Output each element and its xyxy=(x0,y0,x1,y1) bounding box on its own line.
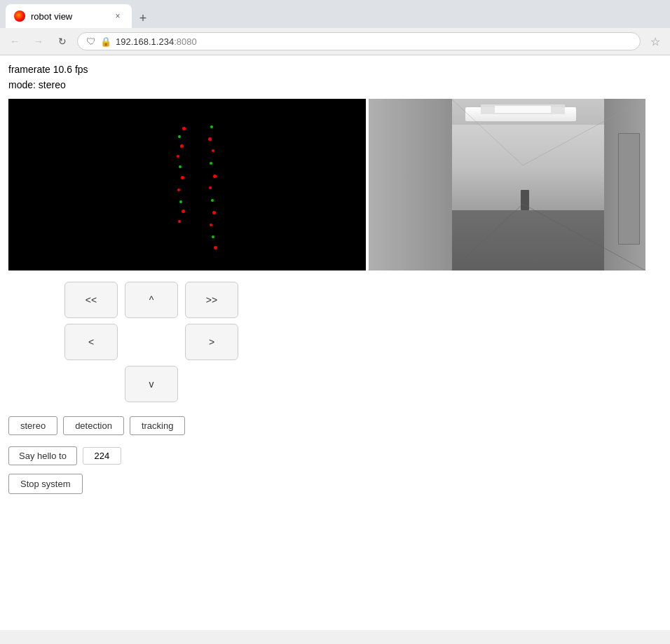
camera-dot xyxy=(179,165,182,168)
shield-icon: 🛡 xyxy=(86,36,96,47)
camera-dot xyxy=(212,211,216,214)
camera-dot xyxy=(213,174,217,178)
hallway-image xyxy=(369,99,645,270)
nav-bar: ← → ↻ 🛡 🔒 192.168.1.234:8080 ☆ xyxy=(0,28,670,55)
camera-dot xyxy=(208,137,212,141)
page-content: framerate 10.6 fps mode: stereo xyxy=(0,55,670,630)
svg-line-0 xyxy=(451,204,523,270)
browser-chrome: robot view × + xyxy=(0,0,670,28)
camera-dot xyxy=(210,125,213,128)
mode-buttons: stereo detection tracking xyxy=(8,416,662,435)
backward-button[interactable]: v xyxy=(125,366,178,402)
camera-dot xyxy=(182,127,186,130)
svg-rect-5 xyxy=(495,106,551,113)
bottom-control-row: v xyxy=(64,366,662,402)
framerate-display: framerate 10.6 fps xyxy=(8,64,662,75)
firefox-icon xyxy=(14,11,25,22)
back-button[interactable]: ← xyxy=(6,32,24,50)
left-button[interactable]: < xyxy=(64,324,118,360)
camera-dot xyxy=(181,176,184,179)
forward-icon: → xyxy=(34,36,43,47)
camera-dot xyxy=(182,210,185,213)
camera-dot xyxy=(214,246,217,249)
say-hello-row: Say hello to xyxy=(8,446,662,465)
camera-dot xyxy=(178,135,181,138)
say-hello-button[interactable]: Say hello to xyxy=(8,446,77,465)
camera-dot xyxy=(178,220,181,223)
tab-title: robot view xyxy=(31,11,107,22)
bookmark-button[interactable]: ☆ xyxy=(646,32,664,50)
svg-line-1 xyxy=(523,204,645,270)
camera-dot xyxy=(180,144,184,148)
camera-dot xyxy=(179,200,182,203)
tab-bar: robot view × + xyxy=(6,4,664,28)
stop-system-button[interactable]: Stop system xyxy=(8,474,83,494)
address-text: 192.168.1.234:8080 xyxy=(116,36,197,47)
camera-dot xyxy=(212,235,214,238)
camera-dot xyxy=(210,224,212,226)
camera-dot xyxy=(210,162,212,165)
active-tab[interactable]: robot view × xyxy=(6,4,132,28)
camera-dot xyxy=(212,149,214,152)
refresh-icon: ↻ xyxy=(58,36,67,47)
tracking-mode-button[interactable]: tracking xyxy=(130,416,186,435)
top-control-row: << ^ >> xyxy=(64,282,662,318)
detection-mode-button[interactable]: detection xyxy=(63,416,124,435)
turn-right-button[interactable]: >> xyxy=(185,282,238,318)
camera-dot xyxy=(177,189,180,191)
right-button[interactable]: > xyxy=(185,324,238,360)
camera-dot xyxy=(177,155,179,158)
stereo-mode-button[interactable]: stereo xyxy=(8,416,57,435)
middle-control-row: < > xyxy=(64,324,662,360)
direction-controls: << ^ >> < > v xyxy=(64,282,662,402)
camera-dot xyxy=(209,186,212,189)
back-icon: ← xyxy=(10,36,20,47)
say-hello-input[interactable] xyxy=(83,447,121,465)
tab-close-button[interactable]: × xyxy=(112,11,123,22)
refresh-button[interactable]: ↻ xyxy=(53,32,71,50)
forward-button[interactable]: → xyxy=(29,32,48,50)
lock-icon: 🔒 xyxy=(100,36,111,47)
camera-dot xyxy=(211,199,214,202)
camera-row xyxy=(8,99,662,270)
new-tab-button[interactable]: + xyxy=(133,8,153,28)
left-camera-view xyxy=(8,99,366,270)
turn-left-button[interactable]: << xyxy=(64,282,118,318)
center-spacer xyxy=(125,324,178,360)
mode-display: mode: stereo xyxy=(8,79,662,90)
address-bar[interactable]: 🛡 🔒 192.168.1.234:8080 xyxy=(77,32,641,50)
forward-button[interactable]: ^ xyxy=(125,282,178,318)
right-camera-view xyxy=(369,99,645,270)
